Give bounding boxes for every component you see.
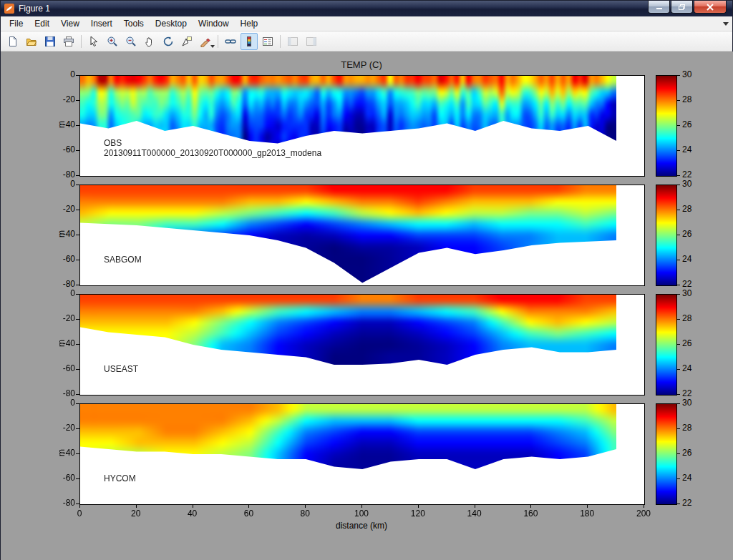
heatmap-canvas-obs: [80, 76, 644, 176]
rotate-3d-icon[interactable]: [160, 33, 177, 50]
pan-icon[interactable]: [141, 33, 158, 50]
insert-legend-icon[interactable]: [259, 33, 276, 50]
x-tick-mark: [361, 505, 362, 508]
y-tick-label: -80: [49, 498, 75, 508]
y-tick-mark: [76, 344, 79, 345]
colorbar-tick-label: 26: [682, 338, 691, 348]
insert-colorbar-icon[interactable]: [241, 33, 258, 50]
y-tick-mark: [76, 185, 79, 185]
menu-insert[interactable]: Insert: [85, 16, 118, 31]
new-figure-icon[interactable]: [4, 33, 21, 50]
x-tick-mark: [530, 505, 531, 508]
menu-view[interactable]: View: [55, 16, 85, 31]
plot-area-hycom[interactable]: [79, 403, 645, 505]
y-tick-label: -80: [49, 279, 75, 289]
colorbar-tick-mark: [677, 235, 680, 235]
menubar-overflow-icon[interactable]: [723, 22, 729, 26]
colorbar-gradient: [656, 76, 676, 176]
panel-sublabel-obs: 20130911T000000_20130920T000000_gp2013_m…: [104, 148, 321, 158]
y-tick-label: 0: [49, 398, 75, 408]
colorbar-tick-label: 30: [682, 398, 691, 408]
colorbar-tick-mark: [677, 100, 680, 101]
x-tick-mark: [193, 505, 193, 508]
y-tick-label: -60: [49, 363, 75, 373]
y-tick-label: -60: [49, 144, 75, 154]
menu-tools[interactable]: Tools: [118, 16, 150, 31]
y-tick-label: -60: [49, 473, 75, 483]
heatmap-canvas-hycom: [80, 404, 644, 504]
figure-canvas-area: TEMP (C) distance (km) 0-20-40-60-80mOBS…: [1, 51, 733, 560]
colorbar-tick-mark: [677, 403, 680, 404]
x-tick-label: 160: [516, 509, 545, 519]
data-cursor-icon[interactable]: [178, 33, 195, 50]
menu-file[interactable]: File: [4, 16, 29, 31]
menu-help[interactable]: Help: [235, 16, 264, 31]
y-tick-mark: [76, 428, 79, 429]
y-tick-mark: [76, 319, 79, 320]
colorbar-tick-mark: [677, 428, 680, 429]
restore-button[interactable]: [671, 1, 693, 14]
plot-area-useast[interactable]: [79, 294, 645, 396]
colorbar-tick-mark: [677, 394, 680, 395]
colorbar-tick-mark: [677, 319, 680, 320]
colorbar-obs: [656, 75, 677, 177]
y-tick-label: -20: [49, 423, 75, 433]
y-tick-label: -20: [49, 204, 75, 214]
y-tick-label: 0: [49, 69, 75, 79]
titlebar[interactable]: Figure 1: [1, 1, 732, 16]
plot-area-obs[interactable]: [79, 75, 645, 177]
y-tick-mark: [76, 260, 79, 260]
x-axis-label: distance (km): [336, 521, 387, 531]
zoom-out-icon[interactable]: [122, 33, 140, 50]
y-axis-label: m: [57, 230, 67, 237]
hide-plot-tools-icon[interactable]: [284, 33, 301, 50]
colorbar-tick-mark: [677, 185, 680, 185]
x-tick-label: 200: [629, 509, 658, 519]
colorbar-tick-label: 30: [682, 288, 691, 298]
minimize-button[interactable]: [648, 1, 670, 14]
x-tick-label: 60: [234, 509, 263, 519]
link-plot-icon[interactable]: [222, 33, 239, 50]
y-tick-mark: [76, 503, 79, 504]
colorbar-tick-label: 24: [682, 144, 691, 154]
colorbar-tick-mark: [677, 210, 680, 210]
colorbar-tick-label: 22: [682, 170, 691, 180]
brush-data-icon[interactable]: [197, 33, 214, 50]
matlab-icon: [4, 4, 14, 14]
colorbar-tick-label: 26: [682, 448, 691, 458]
colorbar-tick-label: 28: [682, 204, 691, 214]
save-figure-icon[interactable]: [42, 33, 59, 50]
open-file-icon[interactable]: [23, 33, 40, 50]
menu-desktop[interactable]: Desktop: [150, 16, 193, 31]
x-tick-label: 180: [573, 509, 601, 519]
x-tick-mark: [79, 505, 80, 508]
panel-label-obs: OBS: [104, 138, 122, 148]
panel-label-sabgom: SABGOM: [104, 255, 142, 265]
colorbar-tick-mark: [677, 75, 680, 76]
x-tick-mark: [136, 505, 137, 508]
toolbar-separator: [218, 35, 218, 48]
x-tick-label: 80: [291, 509, 319, 519]
y-tick-mark: [76, 175, 79, 176]
plot-area-sabgom[interactable]: [79, 185, 645, 286]
colorbar-tick-label: 24: [682, 254, 691, 264]
close-button[interactable]: [694, 1, 727, 14]
window-title: Figure 1: [19, 4, 50, 14]
edit-plot-icon[interactable]: [85, 33, 102, 50]
brush-dropdown-icon[interactable]: [210, 45, 215, 48]
y-tick-mark: [76, 285, 79, 285]
show-plot-tools-icon[interactable]: [303, 33, 320, 50]
print-figure-icon[interactable]: [60, 33, 77, 50]
x-tick-mark: [248, 505, 249, 508]
y-tick-mark: [76, 403, 79, 404]
colorbar-gradient: [656, 404, 676, 504]
y-tick-label: 0: [49, 179, 75, 189]
menu-window[interactable]: Window: [193, 16, 235, 31]
y-tick-mark: [76, 478, 79, 479]
zoom-in-icon[interactable]: [104, 33, 121, 50]
colorbar-tick-label: 26: [682, 229, 691, 239]
y-tick-label: -80: [49, 170, 75, 180]
figure-window: Figure 1 FileEditViewInsertToolsDesktopW…: [0, 0, 733, 560]
x-tick-label: 40: [178, 509, 207, 519]
menu-edit[interactable]: Edit: [29, 16, 55, 31]
